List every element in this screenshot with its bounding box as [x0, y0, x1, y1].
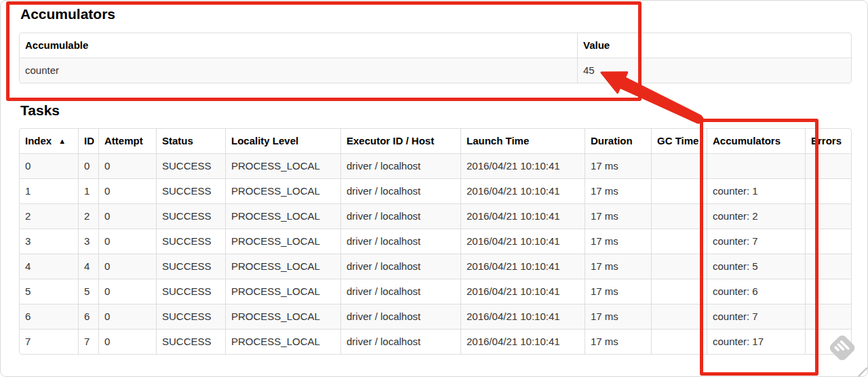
col-header-locality-level[interactable]: Locality Level — [226, 129, 341, 154]
cell-index: 7 — [20, 330, 79, 354]
cell-duration: 17 ms — [585, 154, 652, 179]
cell-gc-time — [652, 154, 707, 179]
table-row: 000SUCCESSPROCESS_LOCALdriver / localhos… — [20, 154, 851, 179]
cell-attempt: 0 — [99, 179, 157, 204]
cell-gc-time — [652, 179, 707, 204]
cell-gc-time — [652, 330, 707, 354]
col-header-accumulable[interactable]: Accumulable — [20, 33, 578, 58]
cell-launch-time: 2016/04/21 10:10:41 — [461, 330, 585, 354]
table-row: 660SUCCESSPROCESS_LOCALdriver / localhos… — [20, 304, 851, 330]
cell-accumulators: counter: 6 — [707, 279, 806, 304]
cell-errors — [806, 179, 851, 204]
cell-status: SUCCESS — [157, 304, 226, 330]
col-header-value[interactable]: Value — [578, 33, 851, 58]
cell-status: SUCCESS — [157, 254, 226, 279]
cell-locality-level: PROCESS_LOCAL — [226, 204, 341, 229]
cell-launch-time: 2016/04/21 10:10:41 — [461, 254, 585, 279]
cell-id: 4 — [79, 254, 99, 279]
header-row: Accumulable Value — [20, 33, 851, 58]
cell-id: 2 — [79, 204, 99, 229]
cell-launch-time: 2016/04/21 10:10:41 — [461, 304, 585, 330]
cell-attempt: 0 — [99, 254, 157, 279]
cell-locality-level: PROCESS_LOCAL — [226, 279, 341, 304]
cell-locality-level: PROCESS_LOCAL — [226, 179, 341, 204]
cell-executor-id-host: driver / localhost — [341, 330, 461, 354]
col-header-index[interactable]: Index▲ — [20, 129, 79, 154]
tasks-table-body: 000SUCCESSPROCESS_LOCALdriver / localhos… — [20, 154, 851, 354]
cell-accumulators: counter: 17 — [707, 330, 806, 354]
col-header-gc-time[interactable]: GC Time — [652, 129, 707, 154]
cell-index: 3 — [20, 229, 79, 254]
cell-status: SUCCESS — [157, 154, 226, 179]
cell-gc-time — [652, 304, 707, 330]
cell-accumulators: counter: 7 — [707, 304, 806, 330]
cell-index: 6 — [20, 304, 79, 330]
cell-attempt: 0 — [99, 304, 157, 330]
cell-status: SUCCESS — [157, 279, 226, 304]
col-header-id[interactable]: ID — [79, 129, 99, 154]
col-header-launch-time[interactable]: Launch Time — [461, 129, 585, 154]
cell-gc-time — [652, 229, 707, 254]
cell-gc-time — [652, 254, 707, 279]
cell-errors — [806, 254, 851, 279]
col-header-index-label: Index — [25, 135, 52, 146]
cell-locality-level: PROCESS_LOCAL — [226, 154, 341, 179]
cell-locality-level: PROCESS_LOCAL — [226, 304, 341, 330]
cell-duration: 17 ms — [585, 179, 652, 204]
cell-executor-id-host: driver / localhost — [341, 154, 461, 179]
cell-duration: 17 ms — [585, 330, 652, 354]
cell-gc-time — [652, 279, 707, 304]
cell-errors — [806, 204, 851, 229]
cell-executor-id-host: driver / localhost — [341, 204, 461, 229]
cell-attempt: 0 — [99, 279, 157, 304]
accumulators-table: Accumulable Value counter45 — [19, 33, 852, 83]
col-header-errors[interactable]: Errors — [806, 129, 851, 154]
cell-duration: 17 ms — [585, 229, 652, 254]
table-row: 330SUCCESSPROCESS_LOCALdriver / localhos… — [20, 229, 851, 254]
page-content: Accumulators Accumulable Value counter45… — [1, 1, 867, 355]
cell-attempt: 0 — [99, 204, 157, 229]
cell-launch-time: 2016/04/21 10:10:41 — [461, 279, 585, 304]
table-row: counter45 — [20, 58, 851, 83]
cell-launch-time: 2016/04/21 10:10:41 — [461, 179, 585, 204]
cell-accumulators: counter: 1 — [707, 179, 806, 204]
cell-accumulable: counter — [20, 58, 578, 83]
sort-asc-icon: ▲ — [58, 137, 66, 145]
col-header-attempt[interactable]: Attempt — [99, 129, 157, 154]
cell-attempt: 0 — [99, 154, 157, 179]
cell-index: 4 — [20, 254, 79, 279]
col-header-status[interactable]: Status — [157, 129, 226, 154]
cell-accumulators: counter: 7 — [707, 229, 806, 254]
table-row: 550SUCCESSPROCESS_LOCALdriver / localhos… — [20, 279, 851, 304]
cell-executor-id-host: driver / localhost — [341, 179, 461, 204]
col-header-duration[interactable]: Duration — [585, 129, 652, 154]
cell-errors — [806, 229, 851, 254]
cell-locality-level: PROCESS_LOCAL — [226, 229, 341, 254]
cell-launch-time: 2016/04/21 10:10:41 — [461, 204, 585, 229]
cell-executor-id-host: driver / localhost — [341, 279, 461, 304]
col-header-accumulators[interactable]: Accumulators — [707, 129, 806, 154]
cell-gc-time — [652, 204, 707, 229]
spark-ui-stage-page: Accumulators Accumulable Value counter45… — [0, 0, 868, 377]
cell-status: SUCCESS — [157, 204, 226, 229]
cell-errors — [806, 330, 851, 354]
cell-locality-level: PROCESS_LOCAL — [226, 330, 341, 354]
corner-mark — [859, 368, 867, 376]
col-header-executor-id-host[interactable]: Executor ID / Host — [341, 129, 461, 154]
cell-errors — [806, 154, 851, 179]
cell-id: 0 — [79, 154, 99, 179]
table-row: 110SUCCESSPROCESS_LOCALdriver / localhos… — [20, 179, 851, 204]
cell-status: SUCCESS — [157, 179, 226, 204]
cell-duration: 17 ms — [585, 304, 652, 330]
cell-executor-id-host: driver / localhost — [341, 229, 461, 254]
cell-launch-time: 2016/04/21 10:10:41 — [461, 154, 585, 179]
cell-status: SUCCESS — [157, 330, 226, 354]
cell-errors — [806, 304, 851, 330]
table-row: 770SUCCESSPROCESS_LOCALdriver / localhos… — [20, 330, 851, 354]
accumulators-section-heading: Accumulators — [20, 5, 867, 22]
accumulators-table-body: counter45 — [20, 58, 851, 83]
cell-attempt: 0 — [99, 330, 157, 354]
cell-errors — [806, 279, 851, 304]
cell-attempt: 0 — [99, 229, 157, 254]
cell-id: 1 — [79, 179, 99, 204]
